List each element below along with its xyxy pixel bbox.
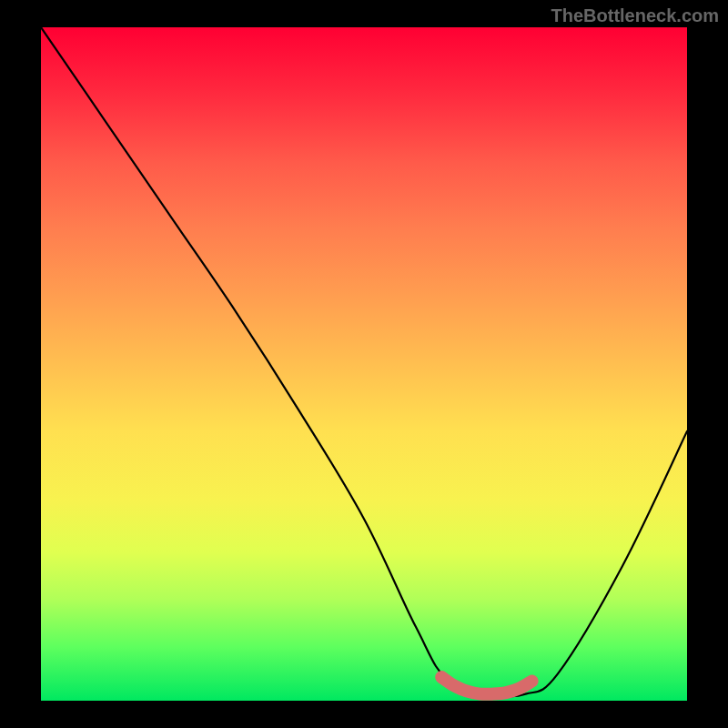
chart-svg	[41, 27, 687, 701]
bottleneck-curve	[41, 27, 687, 696]
chart-container: TheBottleneck.com	[0, 0, 728, 728]
watermark-text: TheBottleneck.com	[551, 5, 719, 26]
optimal-range-highlight	[441, 677, 531, 694]
plot-area	[41, 27, 687, 701]
